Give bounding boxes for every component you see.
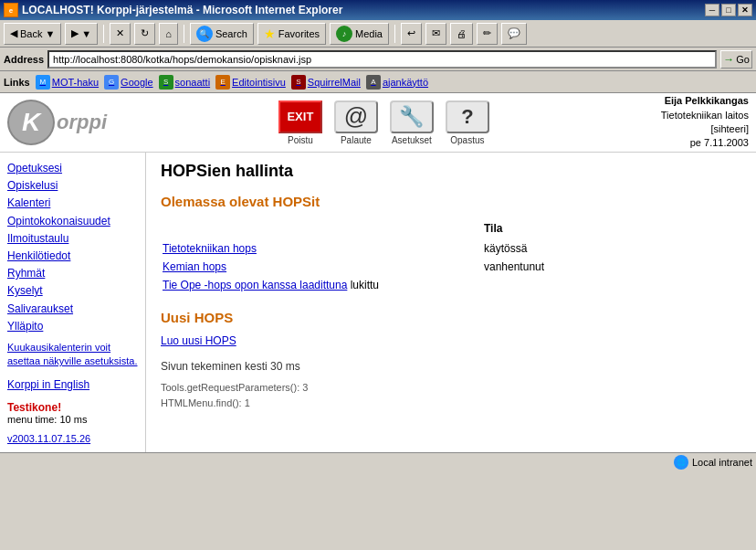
hops-link-tie-ope[interactable]: Tie Ope -hops opon kanssa laadittuna	[163, 279, 347, 291]
favorites-button[interactable]: ★ Favorites	[257, 23, 326, 45]
discuss-icon: 💬	[508, 27, 520, 39]
exit-nav-button[interactable]: EXIT Poistu	[275, 100, 325, 145]
address-bar: Address → Go	[0, 48, 756, 71]
window-titlebar: e LOCALHOST! Korppi-järjestelmä - Micros…	[0, 0, 756, 20]
sidebar-link-ryhmat[interactable]: Ryhmät	[7, 265, 138, 282]
hops-link-tietotekniikka[interactable]: Tietotekniikan hops	[163, 242, 257, 255]
table-row: Tietotekniikan hops käytössä	[163, 240, 740, 257]
stop-button[interactable]: ✕	[110, 23, 131, 45]
sidebar-link-opetuksesi[interactable]: Opetuksesi	[7, 160, 138, 177]
mail-button[interactable]: ✉	[425, 23, 446, 45]
toolbar: ◀ Back ▼ ▶ ▼ ✕ ↻ ⌂ 🔍 Search ★ Favorites …	[0, 20, 756, 48]
link-icon-editointi: E	[215, 75, 230, 90]
edit-icon: ✏	[483, 27, 491, 39]
print-icon: 🖨	[457, 28, 467, 39]
print-button[interactable]: 🖨	[450, 23, 473, 45]
maximize-button[interactable]: □	[721, 4, 736, 16]
hops-section-title: Olemassa olevat HOPSit	[161, 194, 741, 209]
user-dept: Tietotekniikan laitos	[661, 109, 749, 122]
link-google[interactable]: G Google	[104, 75, 152, 90]
link-icon-squirrel: S	[291, 75, 306, 90]
window-title: LOCALHOST! Korppi-järjestelmä - Microsof…	[22, 4, 342, 16]
header-nav-buttons: EXIT Poistu @ Palaute 🔧 Asetukset ? Opas…	[275, 100, 492, 145]
titlebar-buttons: ─ □ ✕	[705, 4, 752, 16]
debug-info: Tools.getRequestParameters(): 3 HTMLMenu…	[161, 380, 741, 410]
zone-text: Local intranet	[692, 457, 752, 468]
titlebar-app-icon: e	[4, 3, 18, 17]
exit-label: Poistu	[288, 135, 313, 145]
version-link[interactable]: v2003.11.07.15.26	[7, 433, 90, 444]
korppi-header: K orppi EXIT Poistu @ Palaute 🔧 Asetukse…	[0, 93, 756, 153]
star-icon: ★	[264, 26, 276, 41]
link-ajankaytto[interactable]: A ajankäyttö	[366, 75, 428, 90]
history-icon: ↩	[407, 27, 415, 39]
palaute-icon: @	[334, 100, 378, 133]
link-squirrelmail[interactable]: S SquirrelMail	[291, 75, 361, 90]
korppi-logo: K orppi	[7, 100, 107, 145]
separator-1	[103, 25, 104, 43]
opastus-label: Opastus	[450, 135, 484, 145]
hops-status-2: vanhentunut	[484, 259, 740, 275]
sidebar-link-kalenteri[interactable]: Kalenteri	[7, 195, 138, 212]
close-button[interactable]: ✕	[738, 4, 752, 16]
sidebar-link-kyselyt[interactable]: Kyselyt	[7, 282, 138, 300]
table-row: Tie Ope -hops opon kanssa laadittuna luk…	[163, 277, 740, 293]
search-button[interactable]: 🔍 Search	[190, 23, 254, 45]
asetukset-label: Asetukset	[392, 135, 432, 145]
discuss-button[interactable]: 💬	[501, 23, 527, 45]
korppi-english-link[interactable]: Korppi in English	[7, 376, 138, 394]
sidebar-link-salivaraukset[interactable]: Salivaraukset	[7, 301, 138, 318]
debug-line-1: Tools.getRequestParameters(): 3	[161, 380, 741, 396]
forward-button[interactable]: ▶ ▼	[65, 23, 98, 45]
home-button[interactable]: ⌂	[159, 23, 178, 45]
sidebar-link-opiskelusi[interactable]: Opiskelusi	[7, 177, 138, 195]
asetukset-nav-button[interactable]: 🔧 Asetukset	[386, 100, 436, 145]
mail-icon: ✉	[432, 27, 440, 39]
search-icon: 🔍	[196, 26, 213, 42]
history-button[interactable]: ↩	[401, 23, 422, 45]
link-icon-sonaatti: S	[159, 75, 173, 90]
back-button[interactable]: ◀ Back ▼	[4, 23, 61, 45]
link-sonaatti[interactable]: S sonaatti	[159, 75, 211, 90]
opastus-nav-button[interactable]: ? Opastus	[442, 100, 492, 145]
hops-col-name	[163, 220, 482, 238]
link-icon-mot: M	[36, 75, 50, 90]
go-button[interactable]: → Go	[720, 50, 752, 69]
sidebar-link-opintokokonaisuudet[interactable]: Opintokokonaisuudet	[7, 213, 138, 230]
luo-uusi-hops-link[interactable]: Luo uusi HOPS	[161, 334, 236, 347]
hops-link-kemia[interactable]: Kemian hops	[163, 260, 226, 273]
separator-3	[394, 25, 395, 43]
media-button[interactable]: ♪ Media	[330, 23, 389, 45]
table-row: Kemian hops vanhentunut	[163, 259, 740, 275]
status-right: 🌐 Local intranet	[674, 455, 752, 470]
palaute-nav-button[interactable]: @ Palaute	[331, 100, 381, 145]
minimize-button[interactable]: ─	[705, 4, 719, 16]
media-icon: ♪	[336, 26, 352, 42]
user-role: [sihteeri]	[661, 122, 749, 136]
sidebar-link-henkilotiedot[interactable]: Henkilötiedot	[7, 248, 138, 265]
calendar-settings-link[interactable]: Kuukausikalenterin voit asettaa näkyvill…	[7, 342, 137, 366]
menu-time: menu time: 10 ms	[7, 414, 138, 425]
sidebar-link-yllapito[interactable]: Ylläpito	[7, 318, 138, 335]
exit-icon: EXIT	[278, 100, 322, 133]
statusbar: 🌐 Local intranet	[0, 452, 756, 472]
hops-status-1: käytössä	[484, 240, 740, 257]
new-hops-section: Uusi HOPS Luo uusi HOPS	[161, 310, 741, 347]
palaute-label: Palaute	[341, 135, 372, 145]
go-arrow-icon: →	[723, 53, 734, 66]
back-arrow-icon: ◀	[10, 27, 17, 39]
link-icon-ajan: A	[366, 75, 381, 90]
address-input[interactable]	[47, 50, 717, 69]
refresh-button[interactable]: ↻	[134, 23, 155, 45]
link-icon-google: G	[104, 75, 119, 90]
link-mot-haku[interactable]: M MOT-haku	[36, 75, 99, 90]
edit-button[interactable]: ✏	[477, 23, 498, 45]
hops-col-status: Tila	[484, 220, 740, 238]
new-hops-title: Uusi HOPS	[161, 310, 741, 325]
link-editointisivu[interactable]: E Editointisivu	[215, 75, 286, 90]
forward-arrow-icon: ▶	[71, 27, 79, 39]
sidebar-link-ilmoitustaulu[interactable]: Ilmoitustaulu	[7, 230, 138, 248]
user-date: pe 7.11.2003	[661, 136, 749, 150]
page-title: HOPSien hallinta	[161, 162, 741, 181]
sidebar: Opetuksesi Opiskelusi Kalenteri Opintoko…	[0, 153, 146, 452]
